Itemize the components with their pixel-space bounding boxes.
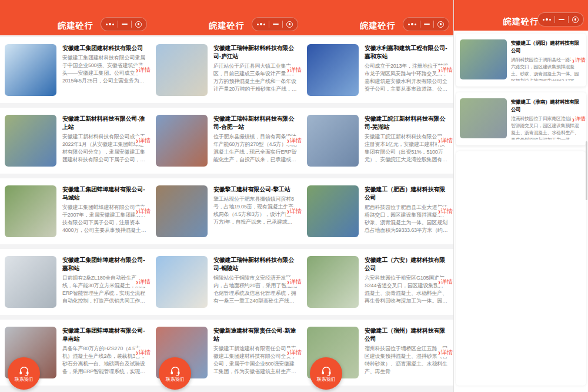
capsule-controls — [101, 17, 147, 31]
titlebar: 皖建砼行 — [302, 0, 453, 35]
detail-link[interactable]: › 详情 — [135, 136, 151, 145]
capsule-divider — [269, 21, 269, 28]
company-info: 安徽建工集团蚌埠建材有限公司-马城站 安徽建工集团蚌埠建材有限公司成立于2007… — [62, 185, 146, 237]
detail-label: 详情 — [139, 207, 151, 215]
contact-us-button[interactable]: 联系我们 — [159, 357, 191, 390]
detail-link[interactable]: › 详情 — [135, 348, 151, 357]
company-card[interactable]: 安徽建工皖江新材料科技有限公司-芜湖站 安徽建工皖江新材料科技有限公司，注册资本… — [302, 108, 453, 174]
company-card[interactable]: 安徽建工新材料科技有限公司-淮上站 安徽建工新材料科技有限公司成立于2022年1… — [0, 108, 151, 174]
company-description: 安徽建工新材料科技有限公司成立于2022年1月（从安徽建工集团蚌埠建材有限公司分… — [62, 133, 146, 164]
company-photo — [156, 185, 208, 237]
detail-link[interactable]: › 详情 — [437, 65, 453, 75]
more-icon[interactable] — [257, 23, 265, 25]
company-card[interactable]: 安徽建工集团蚌埠建材有限公司-马城站 安徽建工集团蚌埠建材有限公司成立于2007… — [0, 178, 151, 244]
company-name: 安徽建工皖江新材料科技有限公司-芜湖站 — [365, 115, 449, 131]
company-card[interactable]: 安徽擎工建材有限公司-擎工站 擎工站现位于肥东县撮镇镇河滨村8号，占地19.05… — [151, 178, 302, 244]
company-description: 公司成立于2013年，注册地位于蚌埠市龙子湖区凤安路与中环路交叉口，嘉和建筑是安… — [365, 62, 449, 93]
detail-label: 详情 — [441, 137, 453, 145]
more-icon[interactable] — [543, 18, 551, 21]
detail-label: 详情 — [441, 66, 453, 74]
company-list: 安徽建工（涡阳）建材科技有限公司 涡阳科技园位于涡阳县经一路与纬六路交口，园区建… — [454, 31, 588, 386]
app-title: 皖建砼行 — [503, 16, 539, 26]
company-card[interactable]: 安徽水利嘉和建筑工程有限公司-嘉和东站 公司成立于2013年，注册地位于蚌埠市龙… — [302, 37, 453, 103]
capsule-controls — [252, 17, 298, 31]
company-photo — [460, 39, 507, 79]
company-card[interactable]: 安徽建工集团建材科技有限公司 安徽建工集团建材科技有限公司隶属于中国企业500强… — [0, 37, 151, 103]
more-icon[interactable] — [408, 23, 416, 25]
detail-link[interactable]: › 详情 — [437, 136, 453, 145]
contact-us-button[interactable]: 联系我们 — [8, 357, 40, 390]
detail-link[interactable]: › 详情 — [286, 65, 302, 75]
close-circle-icon[interactable] — [572, 16, 579, 23]
company-card[interactable]: 安徽建工（淮南）建材科技有限公司 淮南科技园位于田家庵区淮信路与智源路交叉口，园… — [456, 92, 586, 145]
capsule-divider — [433, 21, 434, 28]
detail-label: 详情 — [139, 348, 151, 357]
chevron-right-icon: › — [438, 348, 440, 357]
detail-link[interactable]: › 详情 — [135, 65, 151, 75]
chevron-right-icon: › — [438, 137, 440, 145]
app-title: 皖建砼行 — [360, 21, 396, 30]
company-info: 安徽建工新材料科技有限公司-淮上站 安徽建工新材料科技有限公司成立于2022年1… — [62, 115, 146, 167]
detail-link[interactable]: › 详情 — [286, 348, 302, 357]
detail-link[interactable]: › 详情 — [135, 277, 151, 287]
titlebar: 皖建砼行 — [151, 0, 302, 35]
company-card[interactable]: 安徽建工瑞特新材料科技有限公司-庐江站 庐江站位于庐江县同大镇工业集中区，目前已… — [151, 37, 302, 103]
company-card[interactable]: 安徽建工瑞特新材料科技有限公司-铜陵站 铜陵站位于铜陵市义安经济开发区内，占地面… — [151, 249, 302, 315]
company-card[interactable]: 安徽建工集团蚌埠建材有限公司-嘉和站 目前拥有2条ZL180全自动砼生产线，年产… — [0, 249, 151, 315]
company-info: 安徽建工集团蚌埠建材有限公司-阜南站 具备年产80万方的HZS270（4.5方机… — [62, 327, 146, 378]
mini-program-window: 皖建砼行 安徽水利嘉和建筑工程有限公司-嘉和东站 公司成立于2013年，注册地位… — [302, 0, 453, 392]
company-name: 安徽建工集团蚌埠建材有限公司-嘉和站 — [62, 256, 146, 273]
company-name: 安徽建工新材料科技有限公司-淮上站 — [62, 115, 146, 131]
scrollbar-thumb[interactable] — [586, 141, 587, 200]
company-description: 六安科技园位于裕安区G105国道与S244省道交叉口，园区建设集预拌混凝土、沥青… — [365, 274, 449, 305]
detail-link[interactable]: › 详情 — [571, 115, 586, 124]
detail-link[interactable]: › 详情 — [286, 277, 302, 287]
chevron-right-icon: › — [136, 207, 138, 216]
minimize-icon[interactable] — [424, 24, 430, 25]
company-photo — [5, 44, 56, 96]
chevron-right-icon: › — [572, 115, 574, 124]
minimize-icon[interactable] — [273, 24, 279, 25]
company-description: 铜陵站位于铜陵市义安经济开发区内，占地面积约20亩，采用了智能化仓储管理系统及信… — [213, 274, 298, 305]
detail-link[interactable]: › 详情 — [286, 207, 302, 216]
company-card[interactable]: 安徽建工瑞特新材料科技有限公司-合肥一站 位于肥东县撮镇镇，目前有两条设计年产能… — [151, 108, 302, 174]
company-info: 安徽建工瑞特新材料科技有限公司-铜陵站 铜陵站位于铜陵市义安经济开发区内，占地面… — [213, 256, 298, 308]
detail-link[interactable]: › 详情 — [437, 277, 453, 287]
headset-icon — [169, 365, 181, 377]
close-circle-icon[interactable] — [135, 21, 142, 28]
chevron-right-icon: › — [287, 348, 289, 357]
company-card[interactable]: 安徽建工（六安）建材科技有限公司 六安科技园位于裕安区G105国道与S244省道… — [302, 249, 453, 315]
company-name: 安徽建工（六安）建材科技有限公司 — [365, 256, 449, 273]
company-description: 庐江站位于庐江县同大镇工业集中区，目前已建成三条年设计产量100万方的预拌混凝土… — [213, 62, 298, 93]
contact-us-button[interactable]: 联系我们 — [310, 357, 342, 390]
minimize-icon[interactable] — [122, 24, 128, 25]
company-info: 安徽建工（肥西）建材科技有限公司 肥西科技园位于肥西县工业大道与江桥路交口，园区… — [365, 185, 449, 237]
close-circle-icon[interactable] — [286, 21, 293, 28]
more-icon[interactable] — [106, 23, 114, 25]
detail-link[interactable]: › 详情 — [135, 207, 151, 216]
detail-link[interactable]: › 详情 — [437, 207, 453, 216]
company-name: 安徽建工瑞特新材料科技有限公司-庐江站 — [213, 44, 298, 61]
company-name: 安徽水利嘉和建筑工程有限公司-嘉和东站 — [365, 44, 449, 61]
company-card[interactable]: 安徽建工（肥西）建材科技有限公司 肥西科技园位于肥西县工业大道与江桥路交口，园区… — [302, 178, 453, 244]
company-description: 安徽建工皖江新材料科技有限公司，注册资本1亿元，安徽建工建材科技集团有限公司（出… — [365, 133, 449, 164]
mini-program-window: 皖建砼行 安徽建工瑞特新材料科技有限公司-庐江站 庐江站位于庐江县同大镇工业集中… — [151, 0, 302, 392]
company-photo — [5, 185, 56, 237]
company-info: 安徽水利嘉和建筑工程有限公司-嘉和东站 公司成立于2013年，注册地位于蚌埠市龙… — [365, 44, 449, 96]
detail-label: 详情 — [290, 278, 302, 286]
company-card[interactable]: 安徽建工（涡阳）建材科技有限公司 涡阳科技园位于涡阳县经一路与纬六路交口，园区建… — [456, 34, 586, 87]
chevron-right-icon: › — [287, 207, 289, 216]
chevron-right-icon: › — [438, 278, 440, 287]
chevron-right-icon: › — [438, 66, 440, 75]
close-circle-icon[interactable] — [437, 21, 444, 28]
contact-label: 联系我们 — [317, 377, 335, 383]
company-name: 安徽建工（肥西）建材科技有限公司 — [365, 185, 449, 202]
detail-link[interactable]: › 详情 — [286, 136, 302, 145]
detail-link[interactable]: › 详情 — [437, 348, 453, 357]
detail-link[interactable]: › 详情 — [571, 56, 586, 65]
detail-label: 详情 — [139, 137, 151, 145]
company-photo — [156, 256, 208, 308]
minimize-icon[interactable] — [559, 19, 564, 20]
detail-label: 详情 — [441, 207, 453, 215]
chevron-right-icon: › — [287, 66, 289, 75]
